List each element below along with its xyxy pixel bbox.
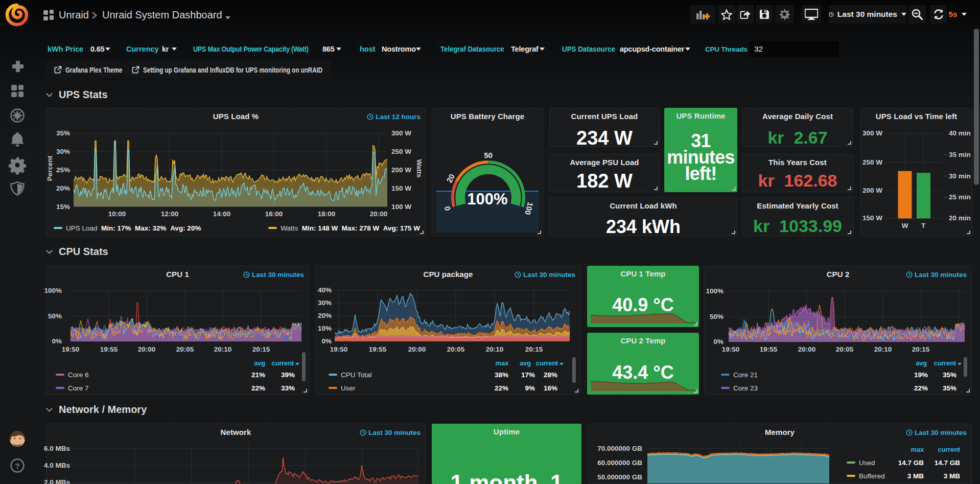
svg-text:50: 50 bbox=[484, 151, 493, 159]
svg-text:?: ? bbox=[15, 462, 19, 470]
